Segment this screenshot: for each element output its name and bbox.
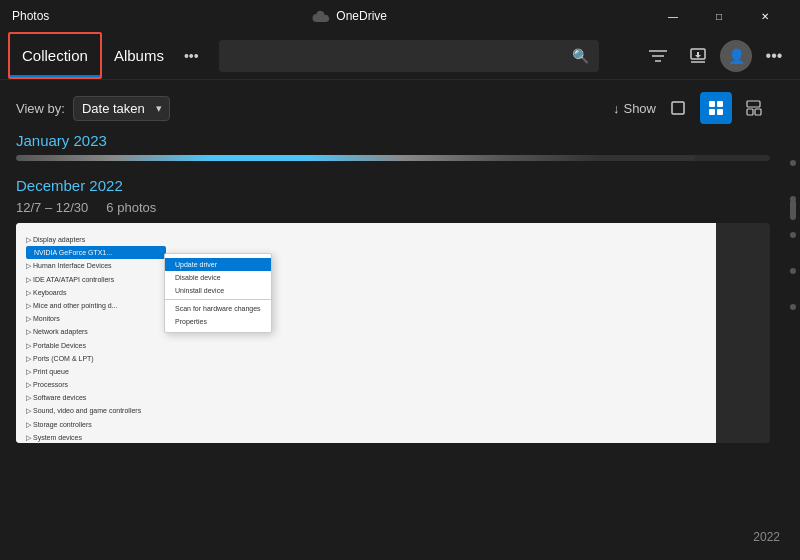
title-bar-left: Photos bbox=[12, 9, 49, 23]
import-icon-button[interactable] bbox=[680, 38, 716, 74]
checkbox-view-button[interactable] bbox=[662, 92, 694, 124]
svg-rect-11 bbox=[747, 109, 753, 115]
tree-item-sound: ▷Sound, video and game controllers bbox=[26, 404, 166, 417]
view-by-select[interactable]: Date taken Album Folder bbox=[73, 96, 170, 121]
user-avatar[interactable]: 👤 bbox=[720, 40, 752, 72]
scroll-dot-1 bbox=[790, 160, 796, 166]
show-arrow-icon: ↓ bbox=[613, 101, 620, 116]
scroll-dot-3 bbox=[790, 232, 796, 238]
tab-collection[interactable]: Collection bbox=[8, 32, 102, 79]
tree-item-portable: ▷Portable Devices bbox=[26, 339, 166, 352]
tree-item-proc: ▷Processors bbox=[26, 378, 166, 391]
content-area: View by: Date taken Album Folder ↓ Show bbox=[0, 80, 800, 560]
onedrive-icon bbox=[312, 10, 330, 22]
tree-item-mice: ▷Mice and other pointing d... bbox=[26, 299, 166, 312]
scroll-dots bbox=[790, 160, 796, 310]
view-by-label: View by: bbox=[16, 101, 65, 116]
tree-item-network: ▷Network adapters bbox=[26, 325, 166, 338]
svg-rect-8 bbox=[709, 109, 715, 115]
maximize-button[interactable]: □ bbox=[696, 0, 742, 32]
show-text: Show bbox=[623, 101, 656, 116]
device-tree: ▷Display adapters NVIDIA GeForce GTX1...… bbox=[26, 233, 166, 433]
main-content: View by: Date taken Album Folder ↓ Show bbox=[0, 80, 786, 560]
context-menu-update: Update driver bbox=[165, 258, 271, 271]
show-controls: ↓ Show bbox=[613, 92, 770, 124]
scroll-dot-2 bbox=[790, 196, 796, 202]
context-menu-uninstall: Uninstall device bbox=[165, 284, 271, 297]
view-by-controls: View by: Date taken Album Folder bbox=[16, 96, 170, 121]
svg-rect-5 bbox=[672, 102, 684, 114]
scroll-dot-4 bbox=[790, 268, 796, 274]
nav-right-icons: 👤 ••• bbox=[640, 38, 792, 74]
large-grid-view-button[interactable] bbox=[738, 92, 770, 124]
more-options-button[interactable]: ••• bbox=[756, 38, 792, 74]
search-input[interactable] bbox=[229, 48, 572, 63]
show-label: ↓ Show bbox=[613, 101, 656, 116]
date-range-dec2022: 12/7 – 12/30 6 photos bbox=[16, 200, 770, 215]
grid-view-button[interactable] bbox=[700, 92, 732, 124]
more-dots-icon: ••• bbox=[766, 47, 783, 65]
tab-albums[interactable]: Albums bbox=[102, 32, 176, 79]
tree-item-ide: ▷IDE ATA/ATAPI controllers bbox=[26, 273, 166, 286]
close-button[interactable]: ✕ bbox=[742, 0, 788, 32]
tree-item-system: ▷System devices bbox=[26, 431, 166, 443]
filter-icon bbox=[649, 49, 667, 63]
onedrive-area: OneDrive bbox=[312, 9, 387, 23]
search-icon: 🔍 bbox=[572, 48, 589, 64]
avatar-icon: 👤 bbox=[728, 48, 745, 64]
tree-item-monitors: ▷Monitors bbox=[26, 312, 166, 325]
minimize-button[interactable]: — bbox=[650, 0, 696, 32]
tree-item-keyboards: ▷Keyboards bbox=[26, 286, 166, 299]
window-controls: — □ ✕ bbox=[650, 0, 788, 32]
tree-item-storage: ▷Storage controllers bbox=[26, 418, 166, 431]
search-bar[interactable]: 🔍 bbox=[219, 40, 599, 72]
svg-rect-9 bbox=[717, 109, 723, 115]
scrollbar-track[interactable] bbox=[786, 80, 800, 560]
context-menu-disable: Disable device bbox=[165, 271, 271, 284]
context-menu-scan: Scan for hardware changes bbox=[165, 302, 271, 315]
checkbox-icon bbox=[670, 100, 686, 116]
month-section-jan2023: January 2023 bbox=[16, 132, 770, 161]
tab-albums-label: Albums bbox=[114, 47, 164, 64]
large-grid-icon bbox=[746, 100, 762, 116]
tree-item-software: ▷Software devices bbox=[26, 391, 166, 404]
import-icon bbox=[689, 47, 707, 65]
svg-rect-12 bbox=[755, 109, 761, 115]
svg-rect-6 bbox=[709, 101, 715, 107]
grid-icon bbox=[708, 100, 724, 116]
device-manager-screenshot: ▷Display adapters NVIDIA GeForce GTX1...… bbox=[26, 233, 706, 433]
year-indicator: 2022 bbox=[753, 530, 780, 544]
nav-bar: Collection Albums ••• 🔍 👤 ••• bbox=[0, 32, 800, 80]
scroll-dot-5 bbox=[790, 304, 796, 310]
photo-card[interactable]: ▷Display adapters NVIDIA GeForce GTX1...… bbox=[16, 223, 770, 443]
tree-item-display: ▷Display adapters bbox=[26, 233, 166, 246]
tree-item-ports: ▷Ports (COM & LPT) bbox=[26, 352, 166, 365]
onedrive-label: OneDrive bbox=[336, 9, 387, 23]
month-title-dec2022: December 2022 bbox=[16, 177, 770, 194]
view-by-wrapper: Date taken Album Folder bbox=[73, 96, 170, 121]
title-bar: Photos OneDrive — □ ✕ bbox=[0, 0, 800, 32]
timeline-bar-jan2023 bbox=[16, 155, 770, 161]
svg-rect-10 bbox=[747, 101, 760, 107]
context-menu-properties: Properties bbox=[165, 315, 271, 328]
svg-rect-7 bbox=[717, 101, 723, 107]
tree-item-nvidia: NVIDIA GeForce GTX1... bbox=[26, 246, 166, 259]
tab-collection-label: Collection bbox=[22, 47, 88, 64]
month-title-jan2023: January 2023 bbox=[16, 132, 770, 149]
context-menu: Update driver Disable device Uninstall d… bbox=[164, 253, 272, 333]
app-title: Photos bbox=[12, 9, 49, 23]
context-menu-separator bbox=[165, 299, 271, 300]
screenshot-content: ▷Display adapters NVIDIA GeForce GTX1...… bbox=[16, 223, 716, 443]
filter-icon-button[interactable] bbox=[640, 38, 676, 74]
photo-large: ▷Display adapters NVIDIA GeForce GTX1...… bbox=[16, 223, 716, 443]
nav-more-button[interactable]: ••• bbox=[176, 32, 207, 79]
month-section-dec2022: December 2022 12/7 – 12/30 6 photos ▷Dis… bbox=[16, 177, 770, 443]
tree-item-print: ▷Print queue bbox=[26, 365, 166, 378]
view-controls: View by: Date taken Album Folder ↓ Show bbox=[16, 92, 770, 124]
tree-item-hid: ▷Human Interface Devices bbox=[26, 259, 166, 272]
